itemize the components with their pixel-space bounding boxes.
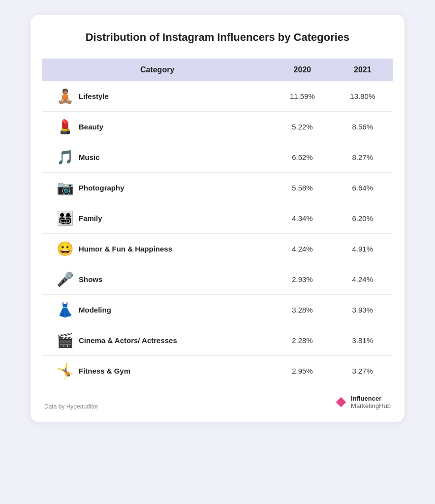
category-cell-0: 🧘🏽Lifestyle	[42, 81, 272, 112]
table-row: 🎤Shows2.93%4.24%	[42, 264, 393, 294]
category-emoji-8: 🎬	[56, 332, 74, 348]
category-name-7: Modeling	[79, 306, 111, 314]
data-source-label: Data by Hypeauditor	[44, 403, 98, 410]
category-emoji-0: 🧘🏽	[56, 88, 74, 104]
table-row: 🧘🏽Lifestyle11.59%13.80%	[42, 81, 393, 112]
footer: Data by Hypeauditor Influencer Marketing…	[42, 395, 393, 410]
brand-logo: Influencer MarketingHub	[335, 395, 391, 410]
pct-2020-5: 4.24%	[272, 233, 332, 264]
table-row: 😀Humor & Fun & Happiness4.24%4.91%	[42, 233, 393, 264]
category-cell-2: 🎵Music	[42, 142, 272, 172]
category-emoji-9: 🤸	[56, 363, 74, 379]
pct-2021-4: 6.20%	[333, 203, 393, 233]
category-cell-6: 🎤Shows	[42, 264, 272, 294]
pct-2021-6: 4.24%	[333, 264, 393, 294]
pct-2021-5: 4.91%	[333, 233, 393, 264]
pct-2020-7: 3.28%	[272, 294, 332, 325]
pct-2021-3: 6.64%	[333, 172, 393, 203]
brand-diamond-icon	[335, 396, 347, 408]
category-name-0: Lifestyle	[79, 92, 109, 100]
category-emoji-3: 📷	[56, 180, 74, 196]
category-cell-9: 🤸Fitness & Gym	[42, 355, 272, 386]
table-row: 👨‍👩‍👧‍👦Family4.34%6.20%	[42, 203, 393, 233]
category-emoji-5: 😀	[56, 241, 74, 257]
category-name-6: Shows	[79, 275, 102, 284]
category-name-8: Cinema & Actors/ Actresses	[79, 336, 177, 345]
pct-2020-6: 2.93%	[272, 264, 332, 294]
category-cell-8: 🎬Cinema & Actors/ Actresses	[42, 325, 272, 355]
category-name-1: Beauty	[79, 123, 103, 131]
category-emoji-7: 👗	[56, 302, 74, 318]
page-title: Distribution of Instagram Influencers by…	[42, 31, 393, 45]
category-emoji-2: 🎵	[56, 149, 74, 165]
category-emoji-4: 👨‍👩‍👧‍👦	[56, 210, 74, 226]
col-header-2021: 2021	[333, 59, 393, 81]
pct-2020-0: 11.59%	[272, 81, 332, 112]
main-card: Distribution of Instagram Influencers by…	[31, 15, 404, 422]
table-header-row: Category 2020 2021	[42, 59, 393, 81]
category-name-9: Fitness & Gym	[79, 367, 130, 375]
category-cell-5: 😀Humor & Fun & Happiness	[42, 233, 272, 264]
category-cell-7: 👗Modeling	[42, 294, 272, 325]
col-header-category: Category	[42, 59, 272, 81]
table-row: 🎬Cinema & Actors/ Actresses2.28%3.81%	[42, 325, 393, 355]
category-cell-3: 📷Photography	[42, 172, 272, 203]
table-row: 🎵Music6.52%8.27%	[42, 142, 393, 172]
pct-2020-3: 5.58%	[272, 172, 332, 203]
category-name-2: Music	[79, 153, 100, 161]
category-emoji-1: 💄	[56, 119, 74, 135]
brand-name: Influencer MarketingHub	[351, 395, 391, 410]
category-cell-4: 👨‍👩‍👧‍👦Family	[42, 203, 272, 233]
pct-2021-1: 8.56%	[333, 111, 393, 142]
pct-2020-9: 2.95%	[272, 355, 332, 386]
pct-2021-2: 8.27%	[333, 142, 393, 172]
category-name-5: Humor & Fun & Happiness	[79, 245, 172, 253]
svg-marker-0	[336, 397, 346, 408]
col-header-2020: 2020	[272, 59, 332, 81]
pct-2020-4: 4.34%	[272, 203, 332, 233]
pct-2021-8: 3.81%	[333, 325, 393, 355]
category-name-4: Family	[79, 214, 102, 222]
pct-2020-8: 2.28%	[272, 325, 332, 355]
category-cell-1: 💄Beauty	[42, 111, 272, 142]
pct-2020-2: 6.52%	[272, 142, 332, 172]
table-row: 📷Photography5.58%6.64%	[42, 172, 393, 203]
table-row: 🤸Fitness & Gym2.95%3.27%	[42, 355, 393, 386]
table-row: 👗Modeling3.28%3.93%	[42, 294, 393, 325]
pct-2020-1: 5.22%	[272, 111, 332, 142]
table-row: 💄Beauty5.22%8.56%	[42, 111, 393, 142]
category-name-3: Photography	[79, 184, 124, 192]
data-table: Category 2020 2021 🧘🏽Lifestyle11.59%13.8…	[42, 59, 393, 386]
pct-2021-7: 3.93%	[333, 294, 393, 325]
category-emoji-6: 🎤	[56, 271, 74, 287]
pct-2021-0: 13.80%	[333, 81, 393, 112]
pct-2021-9: 3.27%	[333, 355, 393, 386]
